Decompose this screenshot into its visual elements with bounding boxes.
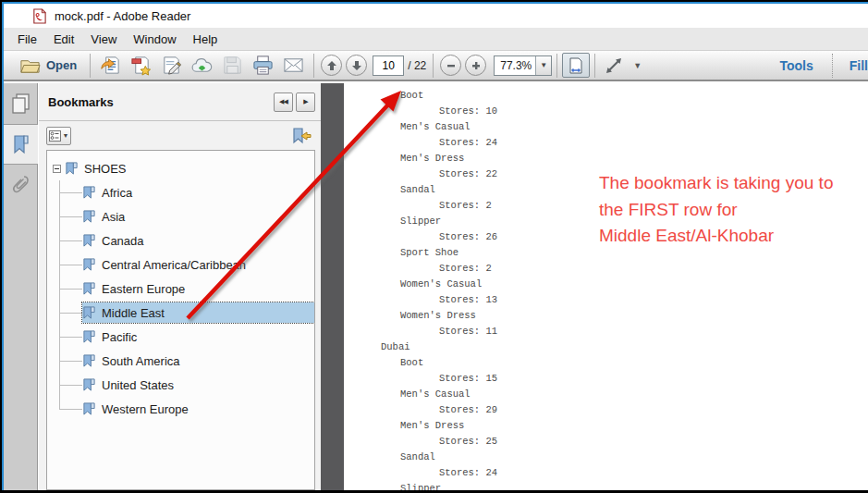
bookmark-item[interactable]: United States — [47, 373, 314, 397]
annotation-line: the FIRST row for — [599, 197, 833, 224]
bookmark-icon — [82, 233, 96, 248]
toolbar-separator — [556, 54, 557, 78]
menu-window[interactable]: Window — [125, 30, 184, 49]
printer-icon — [252, 55, 274, 76]
bookmark-icon — [82, 185, 96, 200]
document-line: Men's Dress — [344, 418, 862, 434]
bookmark-hit-area: Africa — [82, 182, 314, 203]
attachments-button[interactable] — [4, 165, 38, 205]
create-pdf-button[interactable] — [126, 53, 156, 79]
zoom-in-button[interactable] — [465, 55, 486, 76]
document-line: Dubai — [344, 339, 862, 355]
bookmark-label: Asia — [102, 210, 125, 224]
document-page: BootStores: 10Men's CasualStores: 24Men'… — [344, 83, 868, 490]
more-tools-chevron-icon[interactable]: ▼ — [633, 61, 642, 70]
bookmark-label: Canada — [102, 234, 144, 248]
zoom-level-select[interactable]: 77.3% ▼ — [494, 55, 552, 76]
document-line: Women's Casual — [344, 277, 862, 292]
document-line: Men's Casual — [344, 119, 862, 135]
bookmark-hit-area: South America — [82, 351, 314, 371]
previous-page-button[interactable] — [321, 55, 342, 76]
options-list-icon — [49, 130, 61, 142]
open-button[interactable]: Open — [11, 53, 85, 79]
bookmark-item[interactable]: Asia — [47, 204, 314, 228]
bookmarks-panel-button[interactable] — [4, 124, 38, 165]
export-pdf-button[interactable] — [95, 53, 126, 79]
sign-button[interactable] — [156, 53, 187, 79]
minus-icon — [446, 60, 457, 71]
pdf-file-icon — [31, 8, 47, 24]
new-bookmark-button[interactable] — [289, 126, 313, 146]
bookmark-icon — [82, 257, 96, 272]
bookmark-hit-area: Middle East — [82, 302, 314, 323]
fill-and-sign-tab[interactable]: Fill — [840, 58, 868, 73]
document-line: Boot — [344, 88, 862, 104]
toolbar-separator — [832, 54, 833, 78]
bookmark-options-button[interactable]: ▼ — [46, 127, 71, 145]
fit-page-width-icon — [567, 56, 585, 75]
window-title: mock.pdf - Adobe Reader — [55, 9, 190, 23]
bookmark-item[interactable]: Africa — [47, 180, 314, 204]
open-folder-icon — [19, 55, 41, 76]
tools-tab[interactable]: Tools — [768, 58, 824, 73]
bookmark-hit-area: Central America/Caribbean — [82, 254, 314, 275]
bookmark-item[interactable]: Central America/Caribbean — [47, 253, 314, 277]
bookmark-item[interactable]: Pacific — [47, 325, 314, 349]
bookmark-icon — [82, 377, 96, 392]
save-button[interactable] — [217, 53, 248, 79]
send-to-cloud-button[interactable] — [187, 53, 217, 79]
bookmark-item[interactable]: Western Europe — [47, 397, 314, 421]
cloud-upload-icon — [191, 55, 213, 76]
menu-edit[interactable]: Edit — [45, 30, 82, 49]
chevron-down-icon[interactable]: ▼ — [535, 56, 551, 75]
bookmark-label: Central America/Caribbean — [102, 258, 246, 272]
page-total-label: / 22 — [408, 59, 426, 72]
bookmark-tree-items: AfricaAsiaCanadaCentral America/Caribbea… — [47, 180, 314, 421]
bookmark-item[interactable]: Eastern Europe — [47, 277, 314, 301]
bookmark-hit-area: SHOES — [65, 158, 314, 179]
new-bookmark-icon — [291, 127, 312, 145]
envelope-icon — [283, 55, 304, 76]
bookmark-item-root[interactable]: SHOES — [47, 156, 314, 180]
bookmark-item[interactable]: South America — [47, 349, 314, 373]
bookmark-icon — [82, 401, 96, 416]
collapse-expander-icon[interactable] — [53, 165, 61, 173]
sign-pencil-icon — [161, 55, 182, 76]
menu-view[interactable]: View — [82, 30, 125, 49]
document-line: Sandal — [344, 450, 862, 465]
document-line: Stores: 15 — [344, 371, 862, 387]
title-bar: mock.pdf - Adobe Reader — [4, 4, 868, 28]
tree-line — [59, 216, 82, 217]
page-thumbnails-button[interactable] — [4, 83, 38, 124]
bookmark-label: SHOES — [84, 162, 127, 176]
document-line: Stores: 13 — [344, 292, 862, 308]
expand-panel-button[interactable]: ▶ — [296, 92, 315, 112]
adobe-reader-window: mock.pdf - Adobe Reader File Edit View W… — [0, 0, 868, 493]
page-number-input[interactable] — [373, 55, 404, 76]
bookmarks-panel-title: Bookmarks — [48, 95, 271, 109]
bookmark-hit-area: Western Europe — [82, 399, 314, 419]
panel-splitter[interactable] — [321, 83, 344, 490]
navigation-pane-strip — [4, 83, 38, 490]
main-area: Bookmarks ◀◀ ▶ ▼ — [4, 83, 868, 490]
collapse-panel-button[interactable]: ◀◀ — [274, 92, 293, 112]
tree-line — [59, 240, 82, 241]
main-toolbar: Open — [4, 51, 868, 81]
menu-file[interactable]: File — [9, 30, 45, 49]
email-button[interactable] — [278, 53, 309, 79]
fit-width-button[interactable] — [562, 53, 590, 78]
bookmark-label: Eastern Europe — [102, 282, 185, 296]
chevron-down-icon: ▼ — [63, 132, 69, 139]
bookmark-item[interactable]: Canada — [47, 228, 314, 253]
next-page-button[interactable] — [346, 55, 367, 76]
read-mode-button[interactable] — [600, 53, 628, 79]
bookmark-tree-inner: SHOES AfricaAsiaCanadaCentral America/Ca… — [47, 151, 314, 421]
bookmark-item[interactable]: Middle East — [47, 301, 314, 325]
zoom-out-button[interactable] — [440, 55, 461, 76]
menu-bar: File Edit View Window Help — [4, 28, 868, 51]
menu-help[interactable]: Help — [185, 30, 226, 49]
tree-line — [59, 337, 82, 338]
bookmark-label: Pacific — [102, 330, 137, 344]
print-button[interactable] — [248, 53, 278, 79]
save-floppy-icon — [222, 55, 243, 76]
